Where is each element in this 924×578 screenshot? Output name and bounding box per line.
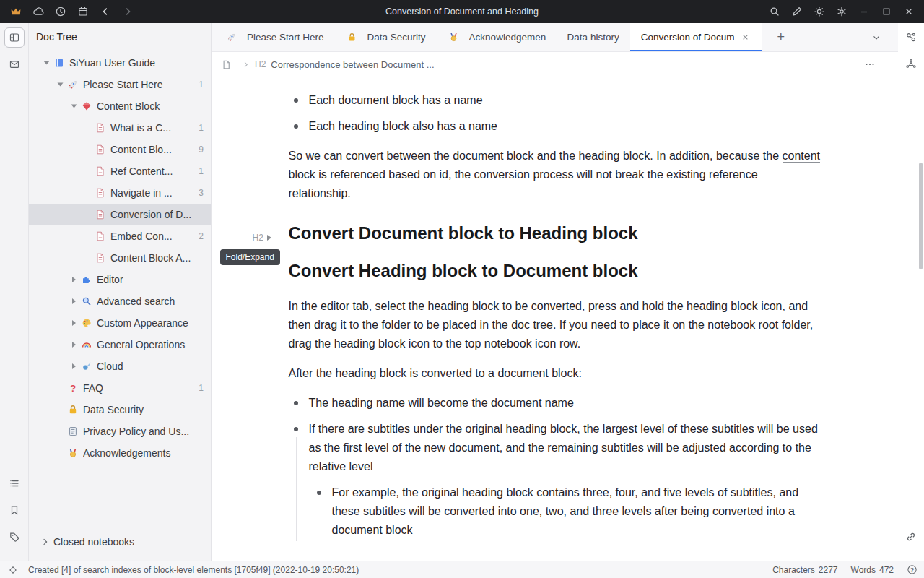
settings-gear-icon[interactable] <box>830 0 853 23</box>
tree-item-label: Acknowledgements <box>83 447 199 459</box>
tab-label: Please Start Here <box>247 32 324 43</box>
tree-item-acknowledgements[interactable]: Acknowledgements <box>29 442 211 464</box>
list-item-text: For example, the original heading block … <box>332 486 799 536</box>
paragraph-text: After the heading block is converted to … <box>289 367 582 379</box>
doc-tree-dock-icon[interactable] <box>4 27 25 48</box>
chevron-down-icon[interactable] <box>54 82 66 87</box>
tree-item-advanced-search[interactable]: Advanced search <box>29 290 211 312</box>
tree-item-content-block-attrs[interactable]: Content Block A... <box>29 247 211 269</box>
forward-icon[interactable] <box>116 0 139 23</box>
tree-item-privacy-policy[interactable]: Privacy Policy and Us... <box>29 420 211 442</box>
rocket-icon <box>225 32 237 43</box>
tree-item-count: 1 <box>199 123 204 133</box>
list-item[interactable]: The heading name will become the documen… <box>309 394 821 413</box>
tree-item-content-block-types[interactable]: Content Blo... 9 <box>29 139 211 160</box>
index-status-icon[interactable] <box>6 564 19 576</box>
inbox-icon[interactable] <box>4 54 25 74</box>
breadcrumb-title[interactable]: Correspondence between Document ... <box>271 59 434 70</box>
global-graph-icon[interactable] <box>901 54 921 74</box>
tree-item-label: Cloud <box>97 361 199 372</box>
scrollbar-thumb[interactable] <box>919 163 923 269</box>
closed-notebooks-toggle[interactable]: Closed notebooks <box>29 532 211 552</box>
paragraph-block[interactable]: In the editor tab, select the heading bl… <box>289 297 821 353</box>
tab-please-start-here[interactable]: Please Start Here <box>214 23 335 51</box>
chevron-right-icon[interactable] <box>68 342 80 348</box>
editor[interactable]: Each document block has a name Each head… <box>212 77 898 561</box>
tab-list-chevron-icon[interactable] <box>866 27 886 48</box>
tree-item-ref-content-block[interactable]: Ref Content... 1 <box>29 160 211 182</box>
tab-bar: Please Start Here Data Security Acknowle… <box>212 23 898 52</box>
tree-item-content-block[interactable]: Content Block <box>29 95 211 117</box>
document-content: Each document block has a name Each head… <box>289 77 821 540</box>
right-dock <box>898 23 924 561</box>
status-message: Created [4] of search indexes of block-l… <box>28 565 359 575</box>
tree-item-conversion-of-document[interactable]: Conversion of D... <box>29 204 211 225</box>
tree-item-embed-content-block[interactable]: Embed Con... 2 <box>29 225 211 247</box>
chevron-right-icon[interactable] <box>68 363 80 369</box>
tree-item-data-security[interactable]: Data Security <box>29 399 211 420</box>
chevron-right-icon[interactable] <box>68 320 80 326</box>
sync-cloud-icon[interactable] <box>27 0 49 23</box>
gutter-triangle-icon[interactable] <box>267 235 271 241</box>
list-item[interactable]: If there are subtitles under the origina… <box>309 420 821 540</box>
tree-item-label: Content Blo... <box>110 144 194 155</box>
tree-item-what-is-a-content-block[interactable]: What is a C... 1 <box>29 117 211 139</box>
more-options-icon[interactable] <box>860 56 879 72</box>
heading-level-tag: H2 <box>253 226 263 249</box>
paragraph-block[interactable]: After the heading block is converted to … <box>289 364 821 383</box>
characters-value: 2277 <box>819 565 838 575</box>
list-item[interactable]: Each document block has a name <box>309 91 821 110</box>
doc-icon[interactable] <box>220 59 232 70</box>
titlebar-left-group <box>4 0 139 23</box>
chevron-right-icon[interactable] <box>68 277 80 282</box>
heading-gutter[interactable]: H2 <box>253 226 271 249</box>
doc-tree-panel: Doc Tree SiYuan User Guide Please Start … <box>29 23 212 561</box>
heading-text: Convert Document block to Heading block <box>289 223 638 243</box>
tree-item-please-start-here[interactable]: Please Start Here 1 <box>29 74 211 95</box>
nested-bullet-list: For example, the original heading block … <box>309 483 821 540</box>
tag-icon[interactable] <box>4 527 25 547</box>
paragraph-block[interactable]: So we can convert between the document b… <box>289 147 821 203</box>
chevron-right-icon[interactable] <box>68 298 80 304</box>
file-icon <box>94 165 106 177</box>
new-tab-button[interactable]: + <box>771 27 791 48</box>
tree-item-navigate-in-doc[interactable]: Navigate in ... 3 <box>29 182 211 204</box>
heading-block[interactable]: Convert Heading block to Document block <box>289 259 821 282</box>
tab-acknowledgements[interactable]: Acknowledgements <box>437 23 557 51</box>
breadcrumb-heading-tag: H2 <box>255 59 266 69</box>
list-item[interactable]: For example, the original heading block … <box>332 483 821 540</box>
tree-item-custom-appearance[interactable]: Custom Appearance <box>29 312 211 334</box>
help-icon[interactable]: ? <box>907 564 918 575</box>
heading-block[interactable]: H2 Fold/Expand Convert Document block to… <box>289 222 821 245</box>
history-icon[interactable] <box>49 0 71 23</box>
chevron-down-icon[interactable] <box>68 103 80 109</box>
bookmark-icon[interactable] <box>4 500 25 520</box>
tree-item-cloud[interactable]: Cloud <box>29 355 211 377</box>
list-item[interactable]: Each heading block also has a name <box>309 117 821 136</box>
minimize-icon[interactable] <box>853 0 875 23</box>
tree-item-editor[interactable]: Editor <box>29 269 211 290</box>
tab-data-history[interactable]: Data history <box>557 23 630 51</box>
maximize-icon[interactable] <box>875 0 897 23</box>
close-icon[interactable] <box>897 0 920 23</box>
close-tab-icon[interactable] <box>740 32 751 43</box>
tree-item-faq[interactable]: ? FAQ 1 <box>29 377 211 399</box>
daily-note-calendar-icon[interactable] <box>71 0 94 23</box>
back-icon[interactable] <box>94 0 116 23</box>
workspace-crown-icon[interactable] <box>4 0 27 23</box>
words-counter: Words 472 <box>851 565 894 575</box>
edit-pencil-icon[interactable] <box>785 0 808 23</box>
chevron-down-icon[interactable] <box>40 60 53 66</box>
question-icon: ? <box>66 382 79 394</box>
graph-icon[interactable] <box>901 27 921 48</box>
backlink-icon[interactable] <box>901 527 921 547</box>
search-icon[interactable] <box>763 0 785 23</box>
theme-sun-icon[interactable] <box>808 0 830 23</box>
main-area: Please Start Here Data Security Acknowle… <box>212 23 898 561</box>
tab-data-security[interactable]: Data Security <box>335 23 437 51</box>
tab-conversion-of-document[interactable]: Conversion of Document and Heading <box>630 23 762 51</box>
svg-text:?: ? <box>69 383 75 394</box>
tree-item-general-operations[interactable]: General Operations <box>29 334 211 355</box>
tree-item-siyuan-user-guide[interactable]: SiYuan User Guide <box>29 52 211 74</box>
outline-icon[interactable] <box>4 473 25 493</box>
